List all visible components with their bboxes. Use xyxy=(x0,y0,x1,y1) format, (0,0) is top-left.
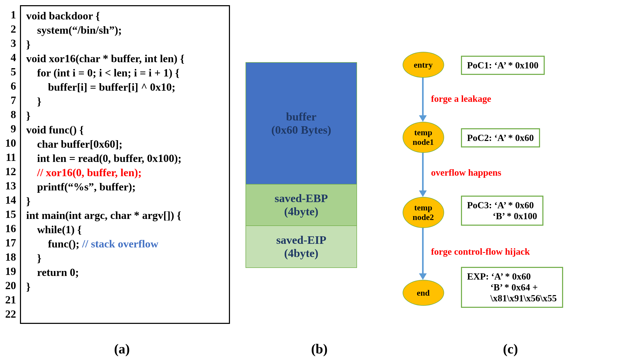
edge-label-overflow: overflow happens xyxy=(431,167,501,178)
flow-node-end: end xyxy=(403,280,444,306)
line-number: 9 xyxy=(5,122,16,136)
code-line: while(1) { xyxy=(26,223,221,237)
code-line: int len = read(0, buffer, 0x100); xyxy=(26,151,221,166)
code-line: for (int i = 0; i < len; i = i + 1) { xyxy=(26,66,221,80)
edge-label-leak: forge a leakage xyxy=(431,93,491,104)
poc-text: \x81\x91\x56\x55 xyxy=(467,293,557,304)
code-line: printf(“%s”, buffer); xyxy=(26,180,221,194)
code-box: void backdoor { system(“/bin/sh”); } voi… xyxy=(20,5,230,324)
code-line: system(“/bin/sh”); xyxy=(26,23,221,37)
code-line: } xyxy=(26,109,221,123)
stack-label: (4byte) xyxy=(284,247,318,260)
panel-label-c: (c) xyxy=(503,341,518,357)
panel-label-a: (a) xyxy=(114,341,130,357)
line-number: 1 xyxy=(5,8,16,22)
code-line: void xor16(char * buffer, int len) { xyxy=(26,52,221,66)
line-number: 16 xyxy=(5,222,16,236)
node-label: node2 xyxy=(413,212,434,222)
line-number: 12 xyxy=(5,165,16,179)
stack-box: buffer (0x60 Bytes) saved-EBP (4byte) sa… xyxy=(246,62,357,268)
stack-label: (0x60 Bytes) xyxy=(271,123,331,137)
line-number: 6 xyxy=(5,79,16,93)
flow-node-entry: entry xyxy=(403,52,444,78)
poc-box-1: PoC1: ‘A’ * 0x100 xyxy=(461,56,545,75)
code-line: } xyxy=(26,194,221,208)
poc-text: PoC1: ‘A’ * 0x100 xyxy=(467,60,539,71)
line-number: 4 xyxy=(5,51,16,65)
line-number: 7 xyxy=(5,93,16,108)
flow-arrow-icon xyxy=(422,228,424,275)
edge-label-hijack: forge control-flow hijack xyxy=(431,246,530,257)
poc-text: ‘B’ * 0x64 + xyxy=(467,282,557,293)
line-number: 20 xyxy=(5,279,16,293)
stack-label: saved-EIP xyxy=(276,233,326,247)
node-label: entry xyxy=(414,60,433,70)
line-number: 2 xyxy=(5,22,16,36)
stack-ebp: saved-EBP (4byte) xyxy=(246,184,356,226)
line-number: 8 xyxy=(5,108,16,122)
line-number: 18 xyxy=(5,250,16,264)
line-number: 5 xyxy=(5,65,16,79)
poc-box-2: PoC2: ‘A’ * 0x60 xyxy=(461,128,540,147)
code-text: func(); xyxy=(26,238,82,250)
line-number: 15 xyxy=(5,207,16,222)
stack-label: buffer xyxy=(286,110,316,123)
code-comment: // stack overflow xyxy=(82,238,158,250)
code-line-func: func(); // stack overflow xyxy=(26,237,221,251)
poc-text: ‘B’ * 0x100 xyxy=(467,211,537,222)
stack-label: (4byte) xyxy=(284,205,318,218)
poc-box-3: PoC3: ‘A’ * 0x60 ‘B’ * 0x100 xyxy=(461,196,543,226)
flow-node-temp2: temp node2 xyxy=(403,197,444,228)
stack-label: saved-EBP xyxy=(275,192,328,205)
code-line: } xyxy=(26,94,221,109)
line-number: 13 xyxy=(5,179,16,193)
line-number: 19 xyxy=(5,264,16,279)
code-panel: 1 2 3 4 5 6 7 8 9 10 11 12 13 14 15 16 1… xyxy=(5,5,230,324)
stack-eip: saved-EIP (4byte) xyxy=(246,226,356,267)
node-label: temp xyxy=(414,128,432,137)
poc-text: PoC2: ‘A’ * 0x60 xyxy=(467,132,534,143)
code-line: } xyxy=(26,251,221,265)
line-number: 10 xyxy=(5,136,16,150)
code-line: } xyxy=(26,37,221,52)
line-number: 14 xyxy=(5,193,16,207)
code-line: char buffer[0x60]; xyxy=(26,137,221,151)
flow-arrow-icon xyxy=(422,153,424,192)
line-number: 3 xyxy=(5,36,16,51)
node-label: node1 xyxy=(413,137,434,147)
stack-panel: buffer (0x60 Bytes) saved-EBP (4byte) sa… xyxy=(246,5,374,324)
line-number: 11 xyxy=(5,150,16,165)
code-line-xor: // xor16(0, buffer, len); xyxy=(26,166,221,180)
line-number: 22 xyxy=(5,307,16,321)
code-line: buffer[i] = buffer[i] ^ 0x10; xyxy=(26,80,221,94)
poc-text: PoC3: ‘A’ * 0x60 xyxy=(467,200,537,211)
code-line: } xyxy=(26,280,221,294)
code-line: int main(int argc, char * argv[]) { xyxy=(26,208,221,223)
stack-buffer: buffer (0x60 Bytes) xyxy=(246,63,356,184)
flow-panel: entry forge a leakage temp node1 overflo… xyxy=(390,5,634,324)
code-line: void func() { xyxy=(26,123,221,137)
panel-label-b: (b) xyxy=(311,341,328,357)
line-number: 17 xyxy=(5,236,16,250)
code-line: return 0; xyxy=(26,265,221,280)
node-label: end xyxy=(417,288,430,298)
node-label: temp xyxy=(414,203,432,212)
line-number: 21 xyxy=(5,293,16,307)
flow-node-temp1: temp node1 xyxy=(403,122,444,153)
line-numbers: 1 2 3 4 5 6 7 8 9 10 11 12 13 14 15 16 1… xyxy=(5,5,16,324)
code-line: void backdoor { xyxy=(26,9,221,23)
flow-arrow-icon xyxy=(422,78,424,117)
poc-text: EXP: ‘A’ * 0x60 xyxy=(467,271,557,282)
poc-box-exp: EXP: ‘A’ * 0x60 ‘B’ * 0x64 + \x81\x91\x5… xyxy=(461,267,563,308)
